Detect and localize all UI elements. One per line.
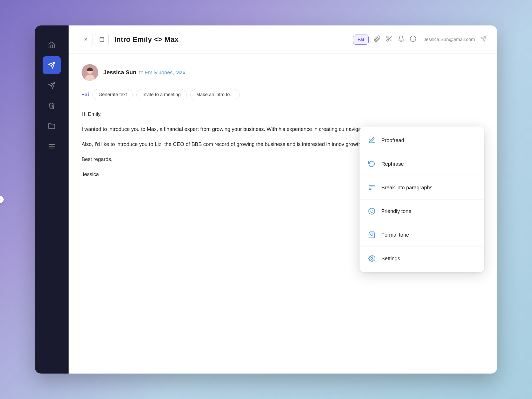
folder-icon xyxy=(48,122,55,130)
ai-chips-row: +ai Generate text Invite to a meeting Ma… xyxy=(82,89,484,100)
close-icon: ✕ xyxy=(84,37,88,42)
menu-label-formal-tone: Formal tone xyxy=(381,232,409,238)
toolbar-left: ✕ Intro Emily <> Max xyxy=(79,33,178,46)
sender-info: Jessica Sun to Emily Jones, Max xyxy=(103,69,185,76)
menu-label-rephrase: Rephrase xyxy=(381,161,404,167)
menu-icon xyxy=(48,143,55,150)
friendly-tone-icon xyxy=(367,207,376,216)
sender-recipients: Emily Jones, Max xyxy=(145,70,185,75)
divider-5 xyxy=(360,247,484,247)
sender-to-label: to xyxy=(139,70,144,75)
menu-item-break-paragraphs[interactable]: Break into paragraphs xyxy=(360,178,484,197)
sidebar-item-sent[interactable] xyxy=(43,76,61,95)
settings-icon xyxy=(367,254,376,263)
svg-point-28 xyxy=(371,258,373,260)
ai-button-label: +ai xyxy=(357,37,364,42)
menu-label-break-paragraphs: Break into paragraphs xyxy=(381,185,433,191)
sidebar-item-compose[interactable] xyxy=(43,56,61,74)
attachment-icon[interactable] xyxy=(374,35,381,44)
main-content: ✕ Intro Emily <> Max +ai xyxy=(69,25,497,374)
bell-icon[interactable] xyxy=(398,35,404,44)
menu-item-formal-tone[interactable]: Formal tone xyxy=(360,225,484,244)
email-toolbar: ✕ Intro Emily <> Max +ai xyxy=(69,25,497,54)
chip-make-intro[interactable]: Make an intro to... xyxy=(190,89,240,100)
sidebar-item-more[interactable] xyxy=(43,137,61,155)
menu-label-settings: Settings xyxy=(381,256,400,262)
compose-icon xyxy=(48,62,55,69)
ai-chips-label: +ai xyxy=(82,92,89,98)
sidebar-item-folders[interactable] xyxy=(43,117,61,135)
svg-line-19 xyxy=(369,139,370,139)
sent-icon xyxy=(48,82,55,89)
divider-3 xyxy=(360,199,484,200)
svg-line-11 xyxy=(390,39,391,41)
svg-line-12 xyxy=(388,38,389,39)
menu-item-settings[interactable]: Settings xyxy=(360,249,484,268)
home-icon xyxy=(48,41,55,49)
chip-generate-text[interactable]: Generate text xyxy=(92,89,133,100)
trash-icon xyxy=(48,102,55,109)
divider-1 xyxy=(360,152,484,152)
window-icon xyxy=(99,37,104,42)
app-container: › xyxy=(35,25,497,374)
chip-invite-meeting[interactable]: Invite to a meeting xyxy=(136,89,187,100)
avatar-image xyxy=(82,64,98,81)
sender-name: Jessica Sun xyxy=(103,69,136,76)
toolbar-right: +ai xyxy=(353,35,487,45)
formal-tone-icon xyxy=(367,230,376,239)
menu-label-friendly-tone: Friendly tone xyxy=(381,208,411,214)
sidebar-item-trash[interactable] xyxy=(43,97,61,115)
divider-4 xyxy=(360,223,484,223)
email-address: Jessica.Sun@email.com xyxy=(424,37,475,42)
send-later-icon[interactable] xyxy=(410,35,416,44)
email-subject: Intro Emily <> Max xyxy=(114,35,178,44)
menu-label-proofread: Proofread xyxy=(381,137,404,143)
email-content: Jessica Sun to Emily Jones, Max +ai Gene… xyxy=(69,54,497,374)
menu-item-rephrase[interactable]: Rephrase xyxy=(360,154,484,174)
avatar xyxy=(82,64,98,81)
sidebar: › xyxy=(35,25,69,374)
email-greeting: Hi Emily, xyxy=(82,110,484,118)
svg-rect-7 xyxy=(100,38,104,42)
svg-point-24 xyxy=(369,208,375,214)
menu-item-friendly-tone[interactable]: Friendly tone xyxy=(360,202,484,221)
ai-dropdown-menu: Proofread Rephrase xyxy=(360,127,484,272)
proofread-icon xyxy=(367,136,376,145)
window-button[interactable] xyxy=(95,33,109,46)
ai-button[interactable]: +ai xyxy=(353,35,369,45)
sidebar-item-home[interactable] xyxy=(43,36,61,54)
scissors-icon[interactable] xyxy=(386,35,393,44)
email-sender-row: Jessica Sun to Emily Jones, Max xyxy=(82,64,484,81)
paragraphs-icon xyxy=(367,183,376,192)
rephrase-icon xyxy=(367,159,376,168)
send-icon[interactable] xyxy=(480,35,487,44)
menu-item-proofread[interactable]: Proofread xyxy=(360,131,484,150)
close-button[interactable]: ✕ xyxy=(79,33,92,46)
divider-2 xyxy=(360,176,484,176)
